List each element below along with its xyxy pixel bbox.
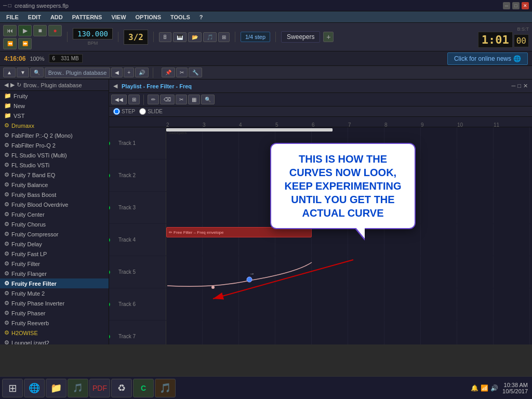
pdf-button[interactable]: PDF	[89, 379, 110, 397]
sidebar-item-fruity-phaser[interactable]: ⚙ Fruity Phaser	[0, 308, 109, 318]
zoom-tool[interactable]: 🔍	[201, 95, 215, 104]
record-button[interactable]: ●	[48, 25, 62, 36]
sidebar-item-fruity-fastlp[interactable]: ⚙ Fruity Fast LP	[0, 249, 109, 259]
sidebar-item-fruity-chorus[interactable]: ⚙ Fruity Chorus	[0, 219, 109, 229]
menu-tools[interactable]: TOOLS	[166, 13, 194, 21]
menu-edit[interactable]: EDIT	[24, 13, 45, 21]
news-button[interactable]: Click for online news 🌐	[447, 52, 528, 65]
nav-up-button[interactable]: ▲	[3, 68, 16, 77]
refresh-icon[interactable]: ↻	[17, 82, 21, 88]
nav-prev-icon[interactable]: ◀	[4, 82, 8, 88]
erase-tool[interactable]: ⌫	[160, 95, 175, 104]
sidebar-item-fruity-balance[interactable]: ⚙ Fruity Balance	[0, 180, 109, 190]
channel-button[interactable]: 🎵	[203, 32, 217, 42]
sidebar-item-fruity[interactable]: 📁 Fruity	[0, 91, 109, 101]
sidebar-item-drumaxx[interactable]: ⚙ Drumaxx	[0, 121, 109, 130]
slide-label[interactable]: SLIDE	[139, 108, 163, 115]
add-track-button[interactable]: +	[124, 68, 134, 77]
sidebar-item-fruity-compressor[interactable]: ⚙ Fruity Compressor	[0, 229, 109, 239]
speaker-button[interactable]: 🔊	[135, 68, 149, 77]
forward-button[interactable]: ⏩	[18, 38, 32, 49]
start-button[interactable]: ⊞	[2, 379, 23, 397]
stop-button[interactable]: ■	[33, 25, 47, 36]
track-6-content[interactable]	[166, 288, 532, 320]
sidebar-item-fabfilter1[interactable]: ⚙ FabFilter P.:-Q 2 (Mono)	[0, 130, 109, 140]
sidebar-item-fruity-phase[interactable]: ⚙ Fruity Phase Inverter	[0, 298, 109, 308]
track-5-content[interactable]	[166, 256, 532, 288]
recycle-button[interactable]: ♻	[111, 379, 132, 397]
playlist-tools[interactable]: 🔧	[189, 68, 202, 77]
add-preset-button[interactable]: +	[323, 32, 334, 42]
piano-button[interactable]: 🎹	[173, 32, 187, 42]
close-playlist-icon[interactable]: ✕	[523, 83, 528, 89]
nav-next-icon[interactable]: ▶	[10, 82, 15, 88]
track-3-dot[interactable]	[109, 205, 110, 210]
step-label[interactable]: 1/4 step	[241, 32, 270, 42]
winamp-button[interactable]: 🎵	[68, 379, 88, 397]
sidebar-item-vst[interactable]: 📁 VST	[0, 111, 109, 121]
draw-tool[interactable]: ✏	[148, 95, 159, 104]
sidebar-item-fabfilter2[interactable]: ⚙ FabFilter Pro-Q 2	[0, 140, 109, 150]
track-4-dot[interactable]	[109, 237, 110, 243]
track-5-dot[interactable]	[109, 270, 110, 275]
bpm-display[interactable]: 130.000	[73, 28, 113, 39]
browser-button[interactable]: 📂	[188, 32, 202, 42]
minimize-playlist-icon[interactable]: ─	[512, 83, 516, 89]
track-1-dot[interactable]	[109, 141, 110, 146]
sidebar-item-fruity-delay[interactable]: ⚙ Fruity Delay	[0, 239, 109, 249]
sidebar-item-fruity-freefilter[interactable]: ⚙ Fruity Free Filter	[0, 278, 109, 288]
playlist-prev-btn[interactable]: ◀◀	[111, 95, 127, 104]
sidebar-item-loungelizard[interactable]: ⚙ LoungeLizard2	[0, 338, 109, 344]
sidebar-item-flstudio-multi[interactable]: ⚙ FL Studio VSTi (Multi)	[0, 150, 109, 160]
prev-button[interactable]: ⏮	[3, 25, 17, 36]
time-sig[interactable]: 3/2	[124, 30, 148, 45]
menu-patterns[interactable]: PATTERNS	[68, 13, 107, 21]
sidebar-item-new[interactable]: 📁 New	[0, 101, 109, 111]
select-tool[interactable]: ▦	[188, 95, 200, 104]
sidebar-item-flstudio-vsti[interactable]: ⚙ FL Studio VSTi	[0, 160, 109, 170]
track-6-dot[interactable]	[109, 302, 110, 307]
ie-button[interactable]: 🌐	[24, 379, 45, 397]
pattern-button[interactable]: ⊞	[218, 32, 230, 42]
sidebar-item-fruity-flanger[interactable]: ⚙ Fruity Flanger	[0, 269, 109, 278]
sidebar-item-h2owise[interactable]: ⚙ H2OWISE	[0, 328, 109, 338]
menu-add[interactable]: ADD	[46, 13, 67, 21]
sweepers-segment[interactable]: Sweepers	[166, 128, 332, 131]
fl-studio-button[interactable]: 🎵	[155, 379, 176, 397]
volume-icon[interactable]: 🔊	[490, 384, 498, 392]
detach-playlist-icon[interactable]: □	[517, 83, 521, 89]
close-button[interactable]: ✕	[522, 2, 529, 9]
slide-radio[interactable]	[139, 108, 146, 115]
playlist-marker[interactable]: 📌	[162, 68, 175, 77]
playlist-nav-left[interactable]: ◀	[113, 83, 117, 89]
sidebar-item-fruity-blood[interactable]: ⚙ Fruity Blood Overdrive	[0, 200, 109, 209]
maximize-button[interactable]: □	[512, 2, 520, 9]
search-button[interactable]: 🔍	[30, 68, 44, 77]
sidebar-item-fruity-mute[interactable]: ⚙ Fruity Mute 2	[0, 288, 109, 298]
minimize-button[interactable]: ─	[503, 2, 510, 9]
step-label[interactable]: STEP	[113, 108, 135, 115]
step-radio[interactable]	[113, 108, 120, 115]
menu-file[interactable]: FILE	[2, 13, 23, 21]
sidebar-item-fruity-reeverb[interactable]: ⚙ Fruity Reeverb	[0, 318, 109, 328]
play-button[interactable]: ▶	[18, 25, 32, 36]
menu-view[interactable]: VIEW	[107, 13, 130, 21]
preset-name[interactable]: Sweepers	[281, 31, 320, 43]
track-2-dot[interactable]	[109, 173, 110, 178]
sidebar-item-fruity-bass[interactable]: ⚙ Fruity Bass Boost	[0, 190, 109, 200]
sidebar-item-fruity-center[interactable]: ⚙ Fruity Center	[0, 209, 109, 219]
mixer-button[interactable]: 🎚	[159, 32, 171, 42]
track-7-content[interactable]	[166, 321, 532, 344]
explorer-button[interactable]: 📁	[46, 379, 66, 397]
menu-options[interactable]: OPTIONS	[131, 13, 166, 21]
nav-down-button[interactable]: ▼	[17, 68, 29, 77]
rewind-button[interactable]: ⏪	[3, 38, 17, 49]
track-7-dot[interactable]	[109, 334, 110, 339]
cut-tool[interactable]: ✂	[176, 95, 187, 104]
cakewalk-button[interactable]: C	[133, 379, 154, 397]
playlist-scissors[interactable]: ✂	[176, 68, 188, 77]
playlist-snap-btn[interactable]: ⊞	[128, 95, 140, 104]
menu-help[interactable]: ?	[195, 13, 207, 21]
sidebar-item-fruity-filter[interactable]: ⚙ Fruity Filter	[0, 259, 109, 269]
collapse-button[interactable]: ◀	[111, 68, 123, 77]
